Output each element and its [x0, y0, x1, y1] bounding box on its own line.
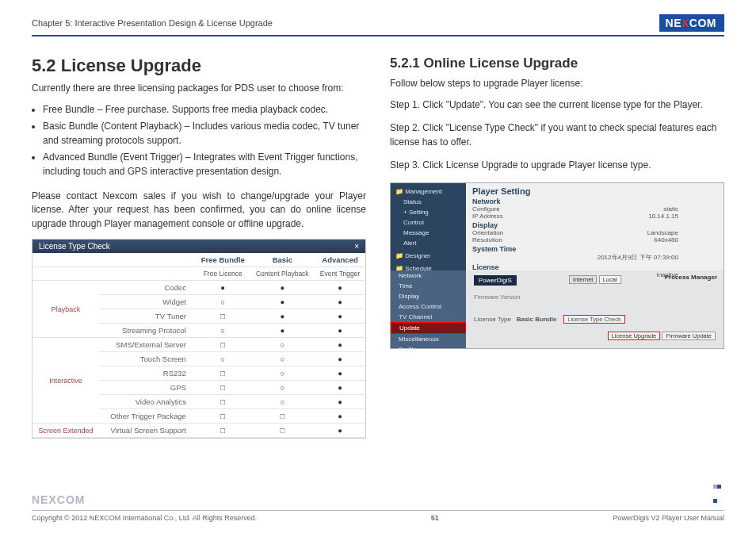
corner-squares-icon [713, 477, 724, 506]
table-title-text: License Type Check [39, 242, 110, 251]
bundle-item: Free Bundle – Free purchase. Supports fr… [43, 103, 366, 117]
tab-internet[interactable]: Internet [569, 275, 597, 284]
ss-sidebar-bottom: NetworkTimeDisplayAccess ControlTV Chann… [391, 270, 466, 348]
player-screenshot: 📁 ManagementStatus+ SettingControlMessag… [390, 182, 724, 349]
bottom-buttons: License Upgrade Firmware Update [608, 332, 716, 340]
connection-tabs: Internet Local [569, 275, 621, 284]
subsection-heading: 5.2.1 Online License Upgrade [390, 56, 724, 71]
license-upgrade-button[interactable]: License Upgrade [608, 332, 661, 340]
ss-sidebar-top: 📁 ManagementStatus+ SettingControlMessag… [391, 183, 466, 270]
firmware-version: Firmware Version [474, 293, 716, 301]
follow-steps: Follow below steps to upgrade Player lic… [390, 78, 724, 89]
player-setting-title: Player Setting [472, 186, 717, 196]
close-icon[interactable]: × [354, 242, 359, 251]
page-header: Chapter 5: Interactive Presentation Desi… [32, 14, 724, 36]
license-type-value: Basic Bundle [517, 316, 557, 323]
process-manager-label: Process Manager [665, 274, 717, 281]
steps-list: Step 1. Click "Update". You can see the … [390, 98, 724, 173]
license-table: License Type Check × Free BundleBasicAdv… [32, 239, 366, 439]
tab-local[interactable]: Local [599, 275, 621, 284]
intro-text: Currently there are three licensing pack… [32, 82, 366, 94]
section-heading: 5.2 License Upgrade [32, 56, 366, 76]
firmware-update-button[interactable]: Firmware Update [662, 332, 716, 340]
bundle-item: Basic Bundle (Content Playback) – Includ… [43, 120, 366, 148]
right-column: 5.2.1 Online License Upgrade Follow belo… [390, 56, 724, 439]
license-type-label: License Type [474, 316, 511, 323]
step-text: Step 1. Click "Update". You can see the … [390, 98, 724, 112]
license-type-row: License Type Basic Bundle License Type C… [474, 315, 716, 324]
nexcom-logo: NEXCOM [659, 14, 724, 32]
powerdigis-logo: PowerDigiS [474, 275, 517, 286]
license-type-check-button[interactable]: License Type Check [563, 315, 624, 324]
left-column: 5.2 License Upgrade Currently there are … [32, 56, 366, 439]
table-titlebar: License Type Check × [32, 240, 365, 253]
bundle-item: Advanced Bundle (Event Trigger) – Integr… [43, 151, 366, 178]
step-text: Step 2. Click "License Type Check" if yo… [390, 121, 724, 149]
step-text: Step 3. Click License Upgrade to upgrade… [390, 159, 724, 172]
copyright: Copyright © 2012 NEXCOM International Co… [32, 514, 257, 522]
page-number: 51 [431, 514, 439, 522]
chapter-title: Chapter 5: Interactive Presentation Desi… [32, 18, 273, 28]
manual-name: PowerDigis V2 Player User Manual [613, 514, 724, 522]
page-footer: Copyright © 2012 NEXCOM International Co… [32, 510, 724, 522]
footer-logo: NEXCOM [32, 493, 85, 506]
bundle-list: Free Bundle – Free purchase. Supports fr… [43, 103, 366, 178]
ss-main-bottom: PowerDigiS Internet Local Process Manage… [466, 270, 724, 348]
contact-para: Please contact Nexcom sales if you wish … [32, 190, 366, 231]
ss-main-top: Player Setting NetworkConfigurestaticIP … [466, 183, 724, 270]
